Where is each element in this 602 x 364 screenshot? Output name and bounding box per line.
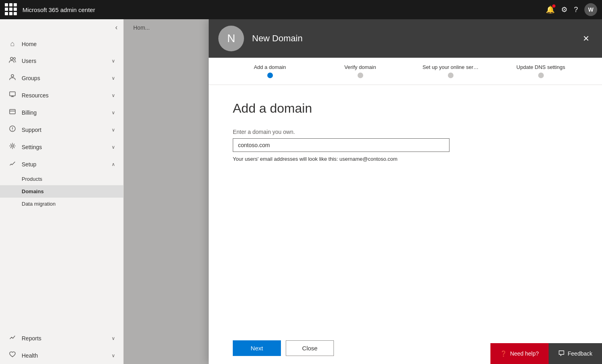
waffle-menu[interactable] xyxy=(5,3,18,16)
modal-heading: Add a domain xyxy=(233,101,578,116)
sidebar-item-label: Health xyxy=(22,352,107,359)
svg-point-7 xyxy=(12,145,14,147)
sidebar-item-label: Home xyxy=(22,41,115,47)
modal-header: N New Domain ✕ xyxy=(209,19,602,58)
sidebar-sub-item-products[interactable]: Products xyxy=(0,173,123,185)
main-layout: ‹ ⌂ Home Users ∨ Groups ∨ Resources ∨ xyxy=(0,19,602,364)
sidebar-item-setup[interactable]: Setup ∧ xyxy=(0,156,123,173)
app-title: Microsoft 365 admin center xyxy=(22,6,541,13)
svg-point-6 xyxy=(12,130,13,131)
sidebar-item-label: Users xyxy=(22,58,107,64)
wizard-step-dot xyxy=(358,73,363,78)
content-area: Hom... N New Domain ✕ Add a domain xyxy=(124,19,602,364)
users-icon xyxy=(8,56,17,65)
wizard-step-label: Verify domain xyxy=(344,64,376,70)
need-help-icon: ❓ xyxy=(500,350,507,357)
chevron-down-icon: ∨ xyxy=(112,336,115,341)
domain-input[interactable] xyxy=(233,138,449,152)
sidebar-item-groups[interactable]: Groups ∨ xyxy=(0,69,123,87)
need-help-button[interactable]: ❓ Need help? xyxy=(490,343,549,364)
feedback-label: Feedback xyxy=(568,350,592,357)
chevron-down-icon: ∨ xyxy=(112,58,115,64)
modal-body: Add a domain Enter a domain you own. You… xyxy=(209,85,602,332)
billing-icon xyxy=(8,108,17,117)
svg-rect-4 xyxy=(10,109,15,114)
feedback-button[interactable]: Feedback xyxy=(549,343,602,364)
sidebar-collapse-button[interactable]: ‹ xyxy=(0,19,123,36)
sidebar-item-billing[interactable]: Billing ∨ xyxy=(0,104,123,121)
sidebar-item-label: Settings xyxy=(22,144,107,150)
wizard-step-label: Set up your online ser… xyxy=(423,64,478,70)
chevron-down-icon: ∨ xyxy=(112,110,115,115)
modal-avatar: N xyxy=(218,26,244,51)
wizard-step-dot xyxy=(267,73,273,78)
next-button[interactable]: Next xyxy=(233,340,281,356)
sidebar-sub-label: Domains xyxy=(22,188,44,194)
bottom-bar: ❓ Need help? Feedback xyxy=(490,343,602,364)
need-help-label: Need help? xyxy=(510,350,539,357)
health-icon xyxy=(8,351,17,360)
form-label: Enter a domain you own. xyxy=(233,129,578,135)
sidebar-item-label: Support xyxy=(22,127,107,133)
settings-icon[interactable]: ⚙ xyxy=(561,5,567,14)
wizard-step-label: Add a domain xyxy=(254,64,286,70)
wizard-step-add-domain[interactable]: Add a domain xyxy=(225,64,315,78)
wizard-step-update-dns[interactable]: Update DNS settings xyxy=(496,64,586,78)
sidebar: ‹ ⌂ Home Users ∨ Groups ∨ Resources ∨ xyxy=(0,19,124,364)
sidebar-item-label: Billing xyxy=(22,109,107,116)
resources-icon xyxy=(8,91,17,100)
collapse-icon: ‹ xyxy=(115,23,118,32)
chevron-down-icon: ∨ xyxy=(112,144,115,150)
modal-overlay: N New Domain ✕ Add a domain Verify domai… xyxy=(124,19,602,364)
wizard-step-dot xyxy=(538,73,544,78)
feedback-icon xyxy=(558,350,565,358)
sidebar-item-home[interactable]: ⌂ Home xyxy=(0,36,123,52)
sidebar-item-users[interactable]: Users ∨ xyxy=(0,52,123,69)
sidebar-item-label: Reports xyxy=(22,335,107,342)
wizard-step-label: Update DNS settings xyxy=(517,64,565,70)
chevron-down-icon: ∨ xyxy=(112,93,115,98)
setup-icon xyxy=(8,160,17,169)
modal-close-button[interactable]: ✕ xyxy=(580,32,592,45)
svg-rect-3 xyxy=(10,92,15,96)
svg-point-0 xyxy=(10,57,13,60)
sidebar-sub-label: Data migration xyxy=(22,201,56,207)
reports-icon xyxy=(8,334,17,343)
modal-panel: N New Domain ✕ Add a domain Verify domai… xyxy=(209,19,602,364)
sidebar-item-label: Groups xyxy=(22,75,107,81)
sidebar-item-support[interactable]: Support ∨ xyxy=(0,121,123,138)
modal-title: New Domain xyxy=(252,33,571,44)
sidebar-sub-label: Products xyxy=(22,176,42,182)
sidebar-item-reports[interactable]: Reports ∨ xyxy=(0,330,123,347)
sidebar-item-resources[interactable]: Resources ∨ xyxy=(0,87,123,104)
chevron-down-icon: ∨ xyxy=(112,127,115,133)
sidebar-item-label: Resources xyxy=(22,92,107,99)
wizard-steps: Add a domain Verify domain Set up your o… xyxy=(209,58,602,85)
wizard-step-verify-domain[interactable]: Verify domain xyxy=(315,64,405,78)
sidebar-item-health[interactable]: Health ∨ xyxy=(0,347,123,364)
chevron-up-icon: ∧ xyxy=(112,162,115,167)
help-icon[interactable]: ? xyxy=(574,6,578,14)
form-hint: Your users' email addresses will look li… xyxy=(233,156,578,162)
topbar-icons: 🔔 ⚙ ? W xyxy=(546,3,597,16)
sidebar-sub-item-domains[interactable]: Domains xyxy=(0,185,123,198)
chevron-down-icon: ∨ xyxy=(112,75,115,81)
sidebar-item-settings[interactable]: Settings ∨ xyxy=(0,138,123,156)
wizard-step-dot xyxy=(448,73,454,78)
topbar: Microsoft 365 admin center 🔔 ⚙ ? W xyxy=(0,0,602,19)
settings-icon xyxy=(8,142,17,152)
chevron-down-icon: ∨ xyxy=(112,353,115,358)
sidebar-item-label: Setup xyxy=(22,161,107,168)
avatar[interactable]: W xyxy=(584,3,597,16)
support-icon xyxy=(8,125,17,134)
groups-icon xyxy=(8,73,17,83)
notifications-icon[interactable]: 🔔 xyxy=(546,5,555,14)
svg-point-1 xyxy=(14,58,16,60)
wizard-step-setup-online[interactable]: Set up your online ser… xyxy=(405,64,496,78)
svg-point-2 xyxy=(11,75,14,77)
close-button[interactable]: Close xyxy=(286,340,334,356)
sidebar-sub-item-data-migration[interactable]: Data migration xyxy=(0,198,123,210)
home-icon: ⌂ xyxy=(8,40,17,48)
